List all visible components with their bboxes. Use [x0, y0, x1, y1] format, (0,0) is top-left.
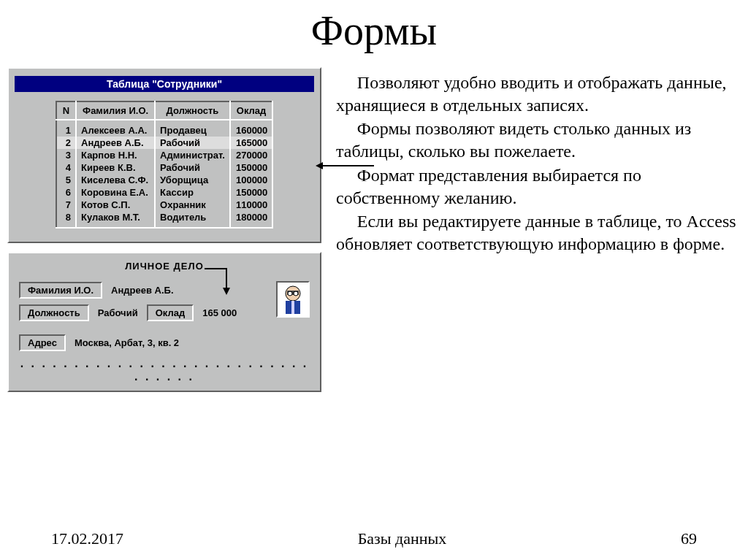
arrow-right-icon [316, 162, 374, 164]
paragraph: Формы позволяют видеть столько данных из… [336, 118, 741, 162]
table-row[interactable]: 5 Киселева С.Ф. Уборщица 100000 [56, 174, 273, 186]
value-position: Рабочий [98, 307, 138, 318]
table-row[interactable]: 7 Котов С.П. Охранник 110000 [56, 199, 273, 211]
svg-marker-8 [223, 288, 230, 295]
form-title: ЛИЧНОЕ ДЕЛО [16, 261, 313, 272]
content-row: Таблица "Сотрудники" N Фамилия И.О. Долж… [0, 67, 748, 401]
table-title-bar: Таблица "Сотрудники" [15, 76, 314, 92]
header-position: Должность [155, 101, 230, 120]
svg-point-3 [294, 291, 298, 296]
label-position: Должность [19, 304, 89, 321]
dots-separator: . . . . . . . . . . . . . . . . . . . . … [16, 357, 313, 383]
svg-point-2 [288, 291, 292, 296]
table-row[interactable]: 3 Карпов Н.Н. Администрат. 270000 [56, 149, 273, 161]
footer-subject: Базы данных [358, 529, 447, 548]
svg-rect-5 [291, 301, 294, 314]
table-panel: Таблица "Сотрудники" N Фамилия И.О. Долж… [7, 67, 321, 243]
paragraph: Если вы редактируете данные в таблице, т… [336, 210, 741, 255]
employees-table: N Фамилия И.О. Должность Оклад 1 Алексее… [56, 101, 274, 229]
value-name: Андреев А.Б. [111, 285, 173, 296]
paragraph: Формат представления выбирается по собст… [336, 164, 741, 209]
slide-title: Формы [0, 7, 748, 54]
footer-date: 17.02.2017 [51, 529, 123, 548]
footer-page: 69 [681, 529, 697, 548]
table-row[interactable]: 2 Андреев А.Б. Рабочий 165000 [56, 137, 273, 149]
avatar [276, 281, 310, 318]
form-row-address: Адрес Москва, Арбат, 3, кв. 2 [19, 334, 310, 351]
table-row[interactable]: 1 Алексеев А.А. Продавец 160000 [56, 120, 273, 137]
form-row-name: Фамилия И.О. Андреев А.Б. [19, 282, 310, 299]
label-salary: Оклад [147, 304, 194, 321]
form-panel: ЛИЧНОЕ ДЕЛО Фамилия И.О. Андреев А.Б. До… [7, 252, 321, 392]
table-row[interactable]: 8 Кулаков М.Т. Водитель 180000 [56, 211, 273, 228]
table-header-row: N Фамилия И.О. Должность Оклад [56, 101, 273, 120]
label-address: Адрес [19, 334, 66, 351]
label-name: Фамилия И.О. [19, 282, 102, 299]
arrow-down-icon [205, 269, 234, 298]
paragraph: Позволяют удобно вводить и отображать да… [336, 72, 741, 116]
body-text: Позволяют удобно вводить и отображать да… [321, 67, 741, 257]
value-salary: 165 000 [202, 307, 237, 318]
left-column: Таблица "Сотрудники" N Фамилия И.О. Долж… [7, 67, 321, 401]
footer: 17.02.2017 Базы данных 69 [0, 529, 748, 548]
header-salary: Оклад [230, 101, 273, 120]
header-name: Фамилия И.О. [76, 101, 155, 120]
table-row[interactable]: 6 Коровина Е.А. Кассир 150000 [56, 186, 273, 199]
value-address: Москва, Арбат, 3, кв. 2 [75, 337, 179, 348]
person-icon [278, 283, 308, 315]
form-row-position: Должность Рабочий Оклад 165 000 [19, 304, 310, 321]
header-n: N [56, 101, 76, 120]
table-row[interactable]: 4 Киреев К.В. Рабочий 150000 [56, 161, 273, 174]
